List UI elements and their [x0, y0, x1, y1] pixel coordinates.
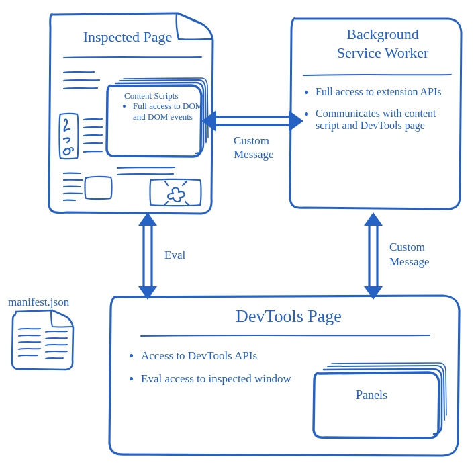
inspected-page-title: Inspected Page — [60, 28, 195, 46]
devtools-bullet-1: Access to DevTools APIs — [141, 349, 342, 363]
devtools-bullet-2: Eval access to inspected window — [141, 372, 342, 386]
arrow-custom-message-top — [201, 110, 303, 132]
arrow-label-custom-1a: Custom — [234, 134, 269, 148]
diagram-canvas — [0, 0, 476, 469]
background-title-2: Service Worker — [316, 44, 450, 62]
arrow-eval — [138, 212, 157, 300]
background-bullet-2: Communicates with content script and Dev… — [316, 108, 457, 132]
arrow-label-custom-2a: Custom — [389, 241, 425, 254]
arrow-custom-message-right — [364, 212, 383, 300]
background-title-1: Background — [316, 26, 450, 43]
manifest-file-icon — [12, 310, 73, 370]
devtools-title: DevTools Page — [201, 306, 376, 327]
content-scripts-title: Content Scripts — [124, 91, 179, 101]
content-scripts-bullet: Full access to DOM and DOM events — [133, 101, 207, 122]
arrow-label-eval: Eval — [164, 249, 185, 262]
manifest-label: manifest.json — [8, 296, 69, 309]
panels-label: Panels — [356, 388, 387, 402]
arrow-label-custom-2b: Message — [389, 255, 429, 269]
background-bullet-1: Full access to extension APIs — [316, 86, 457, 98]
arrow-label-custom-1b: Message — [234, 148, 273, 161]
